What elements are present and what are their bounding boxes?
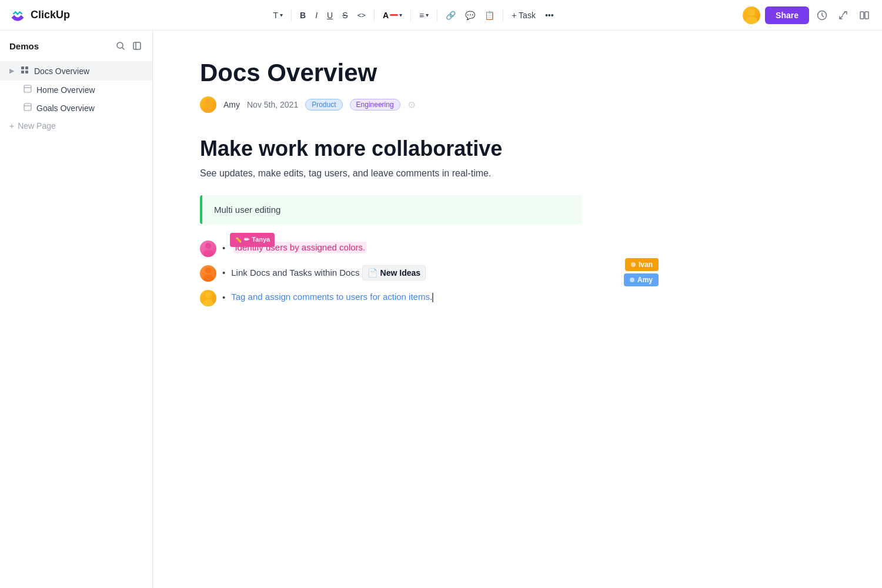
embed-btn[interactable]: 📋	[481, 8, 498, 22]
expand-btn[interactable]	[835, 7, 851, 24]
tanya-cursor-label: ✏ Tanya	[230, 233, 275, 247]
expand-icon	[838, 10, 848, 21]
color-indicator	[390, 14, 398, 16]
svg-rect-8	[25, 66, 28, 69]
clickup-logo-icon	[9, 7, 26, 24]
color-btn[interactable]: A ▾	[379, 8, 406, 22]
author-avatar-image	[200, 96, 216, 113]
home-overview-icon	[24, 85, 32, 95]
divider-4	[437, 9, 437, 21]
divider-1	[291, 9, 292, 21]
search-icon	[116, 41, 125, 51]
divider-3	[410, 9, 411, 21]
section-heading: Make work more collaborative	[200, 136, 835, 161]
goals-overview-icon	[24, 103, 32, 113]
svg-point-15	[205, 243, 211, 249]
svg-rect-4	[865, 12, 868, 19]
collapse-icon	[132, 41, 142, 51]
align-btn[interactable]: ≡ ▾	[416, 8, 432, 22]
toolbar-right: Share	[743, 6, 873, 24]
svg-point-17	[205, 268, 211, 273]
svg-point-1	[746, 16, 757, 24]
bullet-item-3: • Tag and assign comments to users for a…	[200, 290, 612, 306]
new-page-btn[interactable]: + New Page	[0, 117, 152, 135]
bullet-text-2: Link Docs and Tasks within Docs 📄 New Id…	[231, 265, 612, 280]
strikethrough-btn[interactable]: S	[339, 8, 351, 22]
divider-5	[503, 9, 503, 21]
svg-rect-3	[860, 12, 864, 19]
action-items-link[interactable]: Tag and assign comments to users for act…	[231, 292, 430, 302]
author-name: Amy	[223, 100, 240, 109]
link-btn[interactable]: 🔗	[442, 8, 459, 22]
doc-meta: Amy Nov 5th, 2021 Product Engineering ⚙	[200, 96, 835, 113]
presence-amy: Amy	[624, 273, 659, 286]
sidebar-item-home-overview[interactable]: Home Overview	[0, 81, 152, 99]
svg-point-19	[205, 292, 211, 298]
svg-rect-11	[24, 85, 31, 92]
sidebar-item-goals-overview[interactable]: Goals Overview	[0, 99, 152, 117]
app-name: ClickUp	[31, 9, 70, 21]
svg-point-0	[748, 9, 755, 16]
svg-point-20	[203, 299, 213, 306]
amy-avatar	[200, 290, 216, 306]
comment-btn[interactable]: 💬	[462, 8, 479, 22]
bullet-text-3: Tag and assign comments to users for act…	[231, 290, 612, 304]
italic-btn[interactable]: I	[312, 8, 321, 22]
bullet-list: • ✏ Tanya Identify users by assigned col…	[200, 240, 612, 306]
toolbar: ClickUp T ▾ B I U S <> A ▾ ≡ ▾ 🔗 💬 📋 + T…	[0, 0, 882, 31]
doc-link-chip[interactable]: 📄 New Ideas	[362, 265, 426, 280]
svg-point-18	[203, 275, 213, 282]
bullet-item-1: • ✏ Tanya Identify users by assigned col…	[200, 240, 612, 257]
underline-btn[interactable]: U	[323, 8, 336, 22]
doc-title: Docs Overview	[200, 59, 835, 87]
add-task-btn[interactable]: + Task	[508, 8, 539, 22]
text-cursor	[432, 293, 433, 302]
sidebar-item-label: Goals Overview	[36, 103, 143, 113]
toolbar-formatting: T ▾ B I U S <> A ▾ ≡ ▾ 🔗 💬 📋 + Task •••	[89, 8, 738, 22]
main-content: Docs Overview Amy Nov 5th, 2021 Product …	[153, 31, 882, 588]
bullet-item-2: • Link Docs and Tasks within Docs 📄 New …	[200, 265, 612, 282]
share-button[interactable]: Share	[765, 6, 809, 24]
doc-settings-icon[interactable]: ⚙	[407, 99, 416, 111]
svg-point-14	[203, 106, 213, 113]
svg-point-16	[203, 250, 213, 257]
app-logo[interactable]: ClickUp	[9, 7, 70, 24]
svg-rect-12	[24, 103, 31, 111]
more-btn[interactable]: •••	[542, 8, 557, 22]
new-page-label: New Page	[18, 121, 56, 131]
presence-amy-label: Amy	[637, 276, 653, 284]
user-avatar-toolbar[interactable]	[743, 6, 760, 24]
svg-rect-6	[133, 42, 141, 49]
clock-icon	[817, 10, 827, 21]
plus-icon: +	[9, 121, 14, 131]
code-btn[interactable]: <>	[354, 9, 369, 22]
ivan-avatar	[200, 265, 216, 282]
sidebar-item-docs-overview[interactable]: ▶ Docs Overview	[0, 61, 152, 81]
text-format-btn[interactable]: T ▾	[269, 8, 286, 22]
svg-rect-7	[21, 66, 24, 69]
sidebar-item-label: Home Overview	[36, 85, 143, 95]
collapse-btn[interactable]	[131, 40, 143, 52]
author-avatar	[200, 96, 216, 113]
sidebar-header: Demos	[0, 40, 152, 61]
highlight-block-text: Multi user editing	[214, 205, 280, 215]
sidebar: Demos ▶	[0, 31, 153, 588]
sidebar-item-label: Docs Overview	[34, 66, 143, 76]
section-subtitle: See updates, make edits, tag users, and …	[200, 168, 835, 179]
tanya-avatar	[200, 240, 216, 257]
tag-engineering[interactable]: Engineering	[350, 99, 400, 111]
bold-btn[interactable]: B	[296, 8, 309, 22]
doc-link-icon: 📄	[368, 266, 377, 279]
sidebar-header-icons	[115, 40, 143, 52]
tag-product[interactable]: Product	[305, 99, 342, 111]
presence-ivan-label: Ivan	[639, 260, 653, 269]
svg-rect-9	[21, 71, 24, 74]
split-view-btn[interactable]	[856, 7, 873, 24]
time-tracking-btn[interactable]	[814, 7, 830, 24]
doc-date: Nov 5th, 2021	[247, 100, 298, 109]
svg-point-13	[205, 99, 211, 105]
doc-link-text: New Ideas	[380, 266, 420, 279]
split-view-icon	[859, 10, 870, 21]
bullet-text-1: ✏ Tanya Identify users by assigned color…	[231, 240, 612, 255]
search-btn[interactable]	[115, 40, 126, 52]
